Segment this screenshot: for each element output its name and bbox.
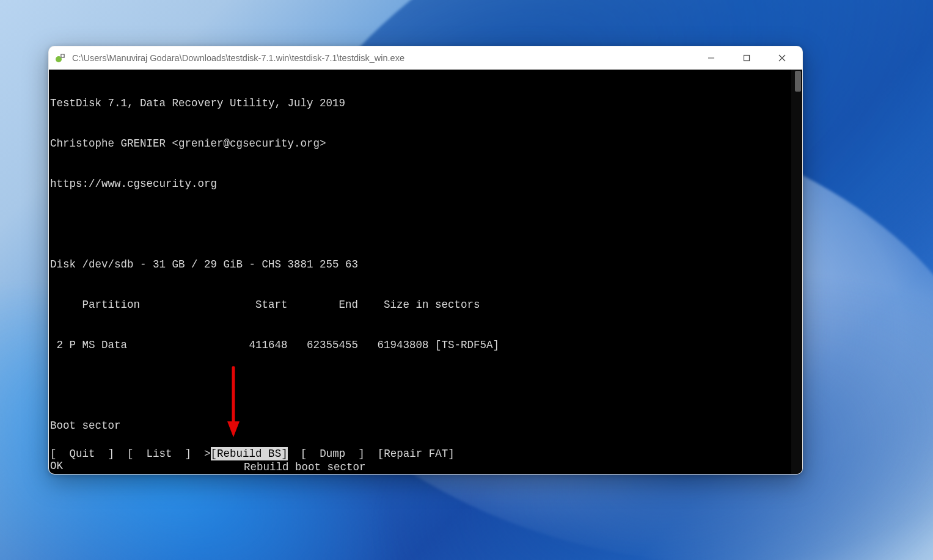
terminal-line — [49, 217, 791, 231]
terminal-scrollbar[interactable] — [791, 70, 802, 474]
window-controls — [693, 46, 800, 69]
scrollbar-thumb[interactable] — [795, 71, 801, 92]
terminal-line: TestDisk 7.1, Data Recovery Utility, Jul… — [49, 96, 791, 110]
maximize-button[interactable] — [729, 46, 764, 69]
svg-rect-4 — [744, 55, 750, 60]
terminal-line: Disk /dev/sdb - 31 GB / 29 GiB - CHS 388… — [49, 258, 791, 271]
menu-hint: Rebuild boot sector — [50, 460, 366, 474]
window-titlebar[interactable]: C:\Users\Manuviraj Godara\Downloads\test… — [49, 46, 802, 70]
menu-gap — [191, 447, 204, 460]
menu-list[interactable]: [ List ] — [127, 447, 191, 460]
terminal-menu: [ Quit ] [ List ] > [Rebuild BS] [ Dump … — [50, 447, 455, 460]
terminal-area[interactable]: TestDisk 7.1, Data Recovery Utility, Jul… — [49, 70, 802, 474]
menu-rebuild-bs[interactable]: [Rebuild BS] — [211, 447, 288, 460]
menu-cursor: > — [204, 447, 211, 460]
close-button[interactable] — [764, 46, 800, 69]
terminal-line: Boot sector — [49, 419, 791, 432]
terminal-line: Christophe GRENIER <grenier@cgsecurity.o… — [49, 137, 791, 150]
menu-gap — [288, 447, 301, 460]
terminal-content: TestDisk 7.1, Data Recovery Utility, Jul… — [49, 70, 791, 474]
menu-gap — [365, 447, 378, 460]
terminal-line: 2 P MS Data 411648 62355455 61943808 [TS… — [49, 338, 791, 352]
minimize-button[interactable] — [693, 46, 729, 69]
menu-dump[interactable]: [ Dump ] — [301, 447, 365, 460]
terminal-line: https://www.cgsecurity.org — [49, 177, 791, 191]
terminal-line: Partition Start End Size in sectors — [49, 298, 791, 311]
svg-point-2 — [62, 54, 64, 57]
console-window: C:\Users\Manuviraj Godara\Downloads\test… — [48, 46, 803, 475]
terminal-line — [49, 379, 791, 392]
window-title: C:\Users\Manuviraj Godara\Downloads\test… — [72, 53, 693, 63]
app-icon — [55, 53, 66, 64]
menu-gap — [114, 447, 127, 460]
menu-repair-fat[interactable]: [Repair FAT] — [378, 447, 455, 460]
menu-quit[interactable]: [ Quit ] — [50, 447, 114, 460]
